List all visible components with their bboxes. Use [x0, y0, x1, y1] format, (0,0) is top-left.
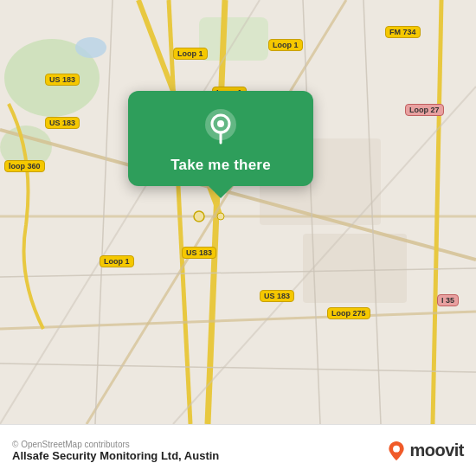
road-badge-loop360: loop 360 — [4, 160, 45, 172]
road-badge-us183-3: US 183 — [182, 247, 216, 259]
location-pin-icon — [200, 106, 241, 148]
moovit-logo[interactable]: moovit — [387, 441, 464, 460]
road-badge-us183-4: US 183 — [260, 290, 294, 302]
road-badge-fm734: FM 734 — [385, 26, 421, 38]
svg-rect-3 — [199, 17, 268, 61]
map-container: US 183 US 183 US 183 US 183 Loop 1 Loop … — [0, 0, 476, 424]
svg-rect-5 — [303, 234, 407, 303]
svg-point-22 — [194, 211, 204, 222]
road-badge-loop1-1: Loop 1 — [173, 48, 208, 60]
bottom-left: © OpenStreetMap contributors Allsafe Sec… — [12, 439, 219, 462]
bottom-bar: © OpenStreetMap contributors Allsafe Sec… — [0, 424, 476, 476]
osm-attribution: © OpenStreetMap contributors — [12, 440, 219, 449]
popup-card: Take me there — [128, 91, 313, 186]
road-badge-i35: I 35 — [437, 294, 459, 306]
road-badge-us183-1: US 183 — [45, 74, 80, 86]
road-badge-us183-2: US 183 — [45, 117, 80, 129]
road-badge-loop1-4: Loop 1 — [268, 39, 303, 51]
moovit-label: moovit — [409, 441, 464, 460]
map-svg — [0, 0, 476, 424]
road-badge-loop27: Loop 27 — [405, 104, 444, 116]
road-badge-loop275: Loop 275 — [327, 307, 370, 319]
take-me-there-button[interactable]: Take me there — [170, 157, 271, 174]
svg-point-23 — [217, 213, 224, 220]
svg-point-27 — [394, 445, 401, 452]
location-title: Allsafe Security Monitoring Ltd, Austin — [12, 449, 219, 462]
road-badge-loop1-3: Loop 1 — [100, 255, 134, 267]
svg-point-26 — [217, 120, 224, 127]
moovit-pin-icon — [387, 441, 406, 460]
svg-point-6 — [75, 37, 106, 58]
